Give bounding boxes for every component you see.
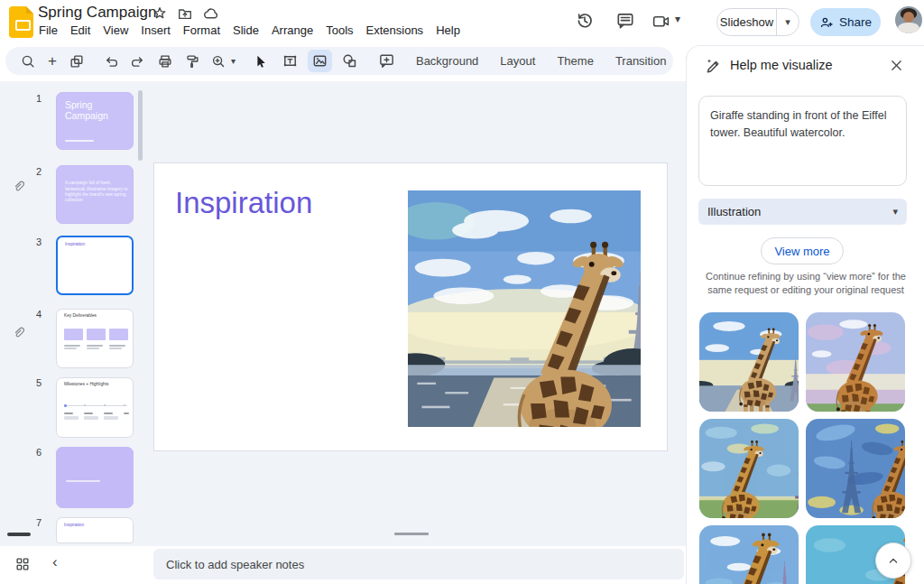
print-icon[interactable] [152,53,179,70]
menu-bar: File Edit View Insert Format Slide Arran… [32,22,467,39]
meet-caret-icon[interactable]: ▾ [675,13,680,25]
view-more-button[interactable]: View more [761,237,844,264]
bottom-bar: ‹ Click to add speaker notes [0,546,686,584]
thumb-caption-bar [109,345,125,347]
collapse-filmstrip-icon[interactable]: ‹ [52,553,58,571]
text-box-icon[interactable] [275,52,305,70]
prompt-input[interactable]: Giraffe standing in front of the Eiffel … [698,96,907,186]
style-selected: Illustration [707,205,892,218]
thumb-caption-bar [87,348,99,349]
thumb-title: Key Deliverables [64,313,129,319]
slideshow-caret-icon[interactable]: ▾ [777,16,799,28]
generated-image-5[interactable] [699,525,799,584]
thumb-caption-bar [64,348,77,349]
insert-image-icon[interactable] [308,50,332,72]
cloud-status-icon[interactable] [202,5,219,23]
slide-thumbnail-7[interactable]: Inspiration [56,517,134,543]
generated-image-3[interactable] [699,419,799,518]
canvas-resize-handle[interactable] [394,533,429,535]
menu-slide[interactable]: Slide [226,22,265,39]
help-me-visualize-panel: Help me visualize Giraffe standing in fr… [686,45,924,584]
menu-format[interactable]: Format [177,22,226,39]
thumb-timeline [64,405,127,406]
insert-shape-icon[interactable] [335,52,365,70]
undo-icon[interactable] [97,53,125,70]
paperclip-icon [13,325,27,339]
giraffe-eiffel-watercolor [408,190,641,427]
slide-thumbnail-3[interactable]: Inspiration [56,236,134,295]
scroll-top-button[interactable] [875,542,911,579]
insert-comment-icon[interactable] [372,52,402,70]
slideshow-button[interactable]: Slideshow ▾ [716,8,799,36]
meet-camera-icon[interactable] [651,12,670,31]
style-dropdown[interactable]: Illustration ▾ [698,199,907,225]
thumb-title: Spring Campaign [65,99,117,121]
paint-format-icon[interactable] [179,53,206,70]
milestone-text-bar [64,416,79,420]
menu-file[interactable]: File [32,22,64,39]
close-icon[interactable] [889,58,904,73]
search-menus-icon[interactable] [14,53,42,70]
doc-title[interactable]: Spring Campaign [38,4,156,22]
slides-logo[interactable] [9,6,33,38]
avatar-shirt [898,23,919,33]
slide-number: 4 [27,309,42,320]
layout-button[interactable]: Layout [493,51,542,71]
thumb-body-text: A campaign full of fresh, fantastical, i… [65,181,131,204]
slide-number: 7 [27,517,42,528]
filmstrip-scrollbar[interactable] [138,90,143,161]
menu-tools[interactable]: Tools [319,22,359,39]
slide-number: 6 [27,447,42,458]
version-history-icon[interactable] [575,11,595,31]
avatar[interactable] [895,6,922,33]
slide-image[interactable] [408,190,641,427]
star-icon[interactable] [152,5,168,22]
slide-title-text[interactable]: Inspiration [175,186,312,220]
select-cursor-icon[interactable] [246,53,275,70]
thumb-caption-bar [64,345,80,347]
slide-thumbnail-4[interactable]: Key Deliverables [56,309,134,368]
menu-help[interactable]: Help [430,22,467,39]
move-folder-icon[interactable] [177,5,193,22]
timeline-dot [84,404,86,406]
generated-image-2[interactable] [806,312,905,412]
slide-thumbnail-1[interactable]: Spring Campaign [56,92,134,150]
transition-button[interactable]: Transition [608,51,674,71]
prompt-text: Giraffe standing in front of the Eiffel … [710,109,887,139]
timeline-dot [64,404,67,407]
top-bar: Spring Campaign File Edit View Insert Fo… [0,0,924,45]
generated-image-4[interactable] [806,419,905,518]
menu-insert[interactable]: Insert [134,22,177,39]
duplicate-icon[interactable] [63,53,90,70]
slide-thumbnail-5[interactable]: Milestones + Highlights [56,377,134,438]
slide-thumbnail-6[interactable] [56,447,134,508]
zoom-caret-icon[interactable]: ▾ [231,56,239,66]
generated-image-1[interactable] [699,312,799,412]
thumb-box [87,329,106,340]
zoom-icon[interactable] [206,53,231,70]
menu-arrange[interactable]: Arrange [265,22,319,39]
slide-thumbnail-2[interactable]: A campaign full of fresh, fantastical, i… [56,165,134,224]
filmstrip: 1 Spring Campaign 2 A campaign full of f… [0,81,149,546]
thumb-text-bar [66,480,100,482]
slide-canvas[interactable]: Inspiration [153,162,668,451]
milestone-text-bar [104,413,113,414]
share-button[interactable]: Share [810,8,881,36]
thumb-box [109,329,128,340]
menu-edit[interactable]: Edit [64,22,97,39]
redo-icon[interactable] [125,53,152,70]
menu-extensions[interactable]: Extensions [360,22,430,39]
comments-icon[interactable] [615,11,635,31]
background-button[interactable]: Background [409,51,485,71]
thumb-box [64,329,83,340]
milestone-text-bar [84,416,98,420]
new-slide-icon[interactable]: + [42,53,63,69]
thumb-caption-bar [87,345,103,347]
menu-view[interactable]: View [97,22,134,39]
speaker-notes-box[interactable]: Click to add speaker notes [153,549,684,579]
theme-button[interactable]: Theme [550,51,600,71]
toolbar-pill: + ▾ Background Layout Theme Transition ⋮ [5,47,673,75]
logo-glyph [15,20,31,31]
magic-pencil-icon [705,57,723,75]
grid-view-icon[interactable] [14,556,31,572]
